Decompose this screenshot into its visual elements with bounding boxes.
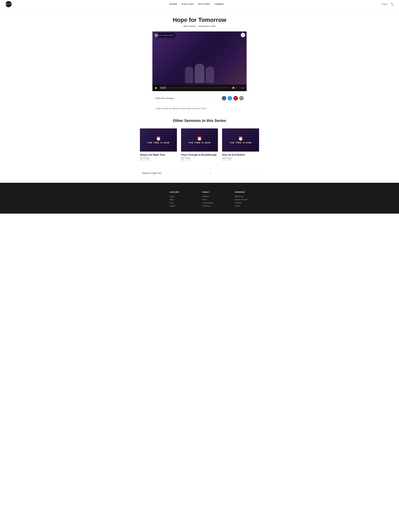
pinterest-share-button[interactable]: P: [234, 96, 238, 101]
video-controls: ▶ 1:21:17 📶 ⚙ ⛶ vimeo: [152, 84, 247, 91]
vimeo-avatar: 👤 from Stephen Banks: [154, 33, 175, 38]
vimeo-logo: vimeo: [241, 87, 245, 89]
nav-item-next-steps[interactable]: NEXT STEPS: [198, 3, 210, 5]
nav-item-plan-visit[interactable]: PLAN A VISIT: [181, 3, 194, 5]
share-button[interactable]: ↗: [241, 33, 245, 37]
thumb-text-2: THE TIME IS NOW: [230, 141, 252, 144]
thumb-text-1: THE TIME IS NOW: [188, 141, 210, 144]
footer-sermons-podcast[interactable]: Podcast: [235, 202, 262, 204]
description-text: In this sermon, we discover what Hope we…: [155, 107, 244, 110]
thumb-overlay-1: ⏰ THE TIME IS NOW: [181, 128, 218, 152]
footer-explore-about[interactable]: About: [170, 195, 197, 197]
footer-explore-give[interactable]: Give: [170, 202, 197, 204]
share-bar: Share this message: f 🐦 P ✉: [152, 94, 247, 102]
search-icon[interactable]: 🔍: [390, 3, 393, 6]
from-label: from: [159, 34, 162, 36]
sermon-thumb-0: ⏰ THE TIME IS NOW: [140, 128, 177, 152]
progress-bar[interactable]: [168, 88, 231, 88]
footer-explore: EXPLORE About Blog Give Events: [170, 191, 197, 208]
sermon-card-title-1: Press Through to Breakthrough: [181, 153, 218, 156]
logo-circle: City CHURCH: [6, 1, 12, 7]
sermon-card-0[interactable]: ⏰ THE TIME IS NOW Always the Right Time …: [140, 128, 177, 161]
sermon-author: Mark Tenney: [184, 25, 196, 27]
other-sermons-title: Other Sermons in this Series: [140, 119, 259, 123]
sermon-card-title-2: Shut Up And Build It: [222, 153, 259, 156]
login-button[interactable]: Login ▾: [382, 3, 388, 5]
sermon-card-date-2: MAY 4, 2020: [222, 159, 259, 161]
footer-explore-events[interactable]: Events: [170, 205, 197, 207]
footer-explore-heading: EXPLORE: [170, 191, 197, 193]
sermon-description: In this sermon, we discover what Hope we…: [152, 107, 247, 110]
sermon-card-1[interactable]: ⏰ THE TIME IS NOW Press Through to Break…: [181, 128, 218, 161]
footer-sermons-heading: SERMONS: [235, 191, 262, 193]
logo-text-church: CHURCH: [7, 3, 14, 5]
pagination-divider: |: [210, 172, 211, 174]
thumb-overlay-2: ⏰ THE TIME IS NOW: [222, 128, 259, 152]
time-display: 1:21:17: [160, 87, 167, 89]
other-sermons-section: Other Sermons in this Series ⏰ THE TIME …: [137, 119, 262, 169]
nav-links: I'M NEW PLAN A VISIT NEXT STEPS CONNECT: [169, 3, 224, 5]
sermon-card-date-0: MAY 4, 2020: [140, 159, 177, 161]
play-button[interactable]: ▶: [154, 86, 158, 90]
footer-grid: EXPLORE About Blog Give Events FAMILY Ch…: [137, 191, 262, 208]
prev-page-link[interactable]: ← Always the Right Time: [140, 172, 162, 174]
page-title: Hope for Tomorrow: [3, 17, 396, 23]
from-name: Stephen Banks: [163, 34, 174, 36]
site-footer: EXPLORE About Blog Give Events FAMILY Ch…: [0, 183, 399, 214]
twitter-share-button[interactable]: 🐦: [228, 96, 232, 101]
nav-right: Login ▾ 🔍: [382, 3, 393, 6]
sermon-card-author-0: Mark Tenney: [140, 157, 177, 159]
footer-sermons: SERMONS Watch Live Sermon Archive Podcas…: [235, 191, 262, 208]
nav-item-connect[interactable]: CONNECT: [215, 3, 224, 5]
sermon-card-author-1: Mark Tenney: [181, 157, 218, 159]
footer-family: FAMILY Children Youth Young Adults Paren…: [202, 191, 229, 208]
thumb-text-0: THE TIME IS NOW: [147, 141, 169, 144]
footer-sermons-watch-live[interactable]: Watch Live: [235, 195, 262, 197]
video-player[interactable]: 👤 from Stephen Banks ↗ ▶ 1:21:17 📶 ⚙ ⛶ v…: [152, 32, 247, 91]
footer-sermons-topics[interactable]: Topics: [235, 205, 262, 207]
footer-family-children[interactable]: Children: [202, 195, 229, 197]
sermon-card-2[interactable]: ⏰ THE TIME IS NOW Shut Up And Build It M…: [222, 128, 259, 161]
footer-spacer: [137, 191, 164, 208]
signal-icon[interactable]: 📶: [232, 87, 234, 89]
sermon-card-author-2: Mark Tenney: [222, 157, 259, 159]
stage-person-left: [185, 66, 193, 83]
thumb-overlay-0: ⏰ THE TIME IS NOW: [140, 128, 177, 152]
footer-explore-blog[interactable]: Blog: [170, 198, 197, 201]
share-icons: f 🐦 P ✉: [222, 96, 244, 101]
sermon-meta: Mark Tenney • November 8, 2020: [3, 25, 396, 27]
footer-family-parenting[interactable]: Parenting: [202, 205, 229, 207]
sermon-date: November 8, 2020: [198, 25, 215, 27]
main-nav: City CHURCH I'M NEW PLAN A VISIT NEXT ST…: [0, 0, 399, 8]
share-label: Share this message:: [155, 97, 174, 99]
sermon-card-date-1: MAY 4, 2020: [181, 159, 218, 161]
sermon-grid: ⏰ THE TIME IS NOW Always the Right Time …: [140, 128, 259, 161]
nav-item-im-new[interactable]: I'M NEW: [169, 3, 177, 5]
facebook-share-button[interactable]: f: [222, 96, 226, 101]
sermon-card-title-0: Always the Right Time: [140, 153, 177, 156]
footer-family-youth[interactable]: Youth: [202, 198, 229, 201]
logo[interactable]: City CHURCH: [6, 1, 12, 7]
stage-person-center: [195, 64, 204, 83]
footer-family-young-adults[interactable]: Young Adults: [202, 202, 229, 204]
page-header: Hope for Tomorrow Mark Tenney • November…: [0, 8, 399, 32]
fullscreen-icon[interactable]: ⛶: [238, 87, 240, 89]
video-thumbnail[interactable]: 👤 from Stephen Banks ↗: [152, 32, 247, 84]
email-share-button[interactable]: ✉: [239, 96, 244, 101]
avatar: 👤: [154, 33, 158, 37]
sermon-thumb-2: ⏰ THE TIME IS NOW: [222, 128, 259, 152]
stage-person-right: [206, 66, 214, 83]
logo-text-city: City: [3, 3, 7, 5]
sermon-thumb-1: ⏰ THE TIME IS NOW: [181, 128, 218, 152]
video-controls-right: 📶 ⚙ ⛶ vimeo: [232, 87, 245, 89]
stage-scene: [152, 32, 247, 84]
footer-family-heading: FAMILY: [202, 191, 229, 193]
chevron-down-icon: ▾: [387, 3, 388, 5]
pagination: ← Always the Right Time |: [137, 169, 262, 177]
footer-sermons-archive[interactable]: Sermon Archive: [235, 198, 262, 201]
settings-icon[interactable]: ⚙: [235, 87, 237, 89]
